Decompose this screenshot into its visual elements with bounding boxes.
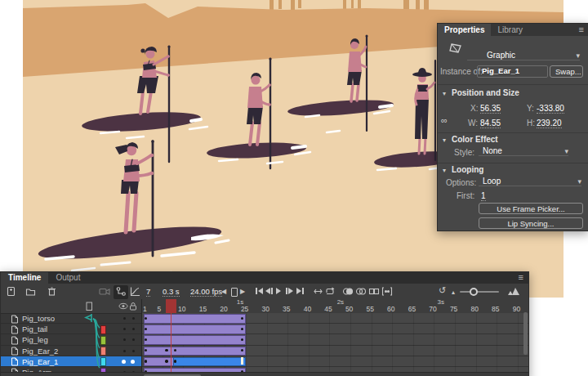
lock-icon[interactable] xyxy=(129,302,137,311)
current-frame-value[interactable]: 7 xyxy=(146,287,150,297)
x-value[interactable]: 56.35 xyxy=(480,104,501,114)
ruler-frame-number: 65 xyxy=(408,305,416,313)
layer-lock-dot[interactable] xyxy=(132,328,135,330)
play-button[interactable] xyxy=(276,288,281,294)
vertical-scrollbar[interactable] xyxy=(523,312,528,355)
swap-button[interactable]: Swap... xyxy=(550,65,583,78)
lip-syncing-button[interactable]: Lip Syncing... xyxy=(479,217,583,229)
frames-area[interactable]: 1s2s3s1510152025303540455055606570758085… xyxy=(142,299,528,373)
frame-rate-value[interactable]: 24.00 fps xyxy=(190,287,222,297)
tween-span[interactable] xyxy=(144,335,246,345)
tween-span[interactable] xyxy=(144,314,246,324)
new-layer-button[interactable] xyxy=(6,286,16,298)
zoom-in-frames-icon[interactable] xyxy=(507,287,520,298)
current-frame-box-icon[interactable] xyxy=(231,288,238,297)
layer-row[interactable]: Pig_Ear_2 xyxy=(1,346,141,356)
camera-icon[interactable] xyxy=(99,286,110,298)
rig-cell[interactable] xyxy=(82,346,115,356)
reset-timeline-zoom-icon[interactable]: ↺ xyxy=(439,285,446,296)
panel-menu-icon[interactable]: ≡ xyxy=(579,25,584,34)
frames-row[interactable] xyxy=(142,313,528,324)
keyframe-dot[interactable] xyxy=(241,328,243,330)
layer-lock-dot[interactable] xyxy=(132,317,135,320)
layer-row[interactable]: Pig_Ear_1 xyxy=(1,356,141,367)
go-to-first-frame-button[interactable] xyxy=(256,288,263,294)
h-value[interactable]: 239.20 xyxy=(537,119,562,128)
use-frame-picker-button[interactable]: Use Frame Picker... xyxy=(479,203,583,214)
tab-timeline[interactable]: Timeline xyxy=(1,272,48,284)
tween-span[interactable] xyxy=(144,325,246,334)
modify-markers-button[interactable] xyxy=(381,286,393,298)
rig-cell[interactable] xyxy=(82,356,115,366)
layer-visibility-dot[interactable] xyxy=(123,317,126,320)
layer-lock-dot[interactable] xyxy=(132,350,135,352)
timeline-zoom-slider[interactable] xyxy=(460,291,499,293)
onion-skin-button[interactable] xyxy=(342,286,354,298)
step-back-button[interactable] xyxy=(265,288,273,294)
link-width-height-icon[interactable]: ∞ xyxy=(441,115,448,125)
graph-editor-button[interactable] xyxy=(130,286,140,298)
rig-cell[interactable] xyxy=(82,313,115,323)
keyframe-dot[interactable] xyxy=(145,360,147,362)
instance-name-field[interactable]: Pig_Ear_1 xyxy=(477,65,548,78)
show-parenting-view-button[interactable] xyxy=(114,285,128,299)
onion-skin-previous-icon[interactable]: ◀ xyxy=(221,288,226,295)
frames-row[interactable] xyxy=(142,356,528,367)
keyframe-dot[interactable] xyxy=(165,360,167,362)
go-to-last-frame-button[interactable] xyxy=(296,288,304,294)
panel-menu-icon[interactable]: ≡ xyxy=(519,272,523,282)
rig-cell[interactable] xyxy=(82,334,115,344)
frames-rows[interactable] xyxy=(142,313,528,373)
collapse-triangle-icon[interactable]: ▾ xyxy=(443,167,446,174)
style-dropdown[interactable]: None ▾ xyxy=(479,144,568,156)
tab-output[interactable]: Output xyxy=(48,272,87,284)
new-folder-button[interactable] xyxy=(25,286,36,298)
layer-lock-dot[interactable] xyxy=(132,338,135,341)
center-frame-button[interactable] xyxy=(313,286,323,298)
section-looping: Looping xyxy=(452,165,483,174)
eye-icon[interactable] xyxy=(118,302,128,310)
divider xyxy=(438,163,588,163)
layer-visibility-dot[interactable] xyxy=(123,338,126,341)
onion-skin-next-icon[interactable]: ▶ xyxy=(240,288,245,295)
layer-row[interactable]: Pig_tail xyxy=(1,324,141,334)
tab-library[interactable]: Library xyxy=(491,24,529,36)
tab-properties[interactable]: Properties xyxy=(438,24,491,36)
layer-visibility-dot[interactable] xyxy=(122,360,126,364)
step-forward-button[interactable] xyxy=(286,288,293,294)
playhead[interactable] xyxy=(166,299,176,313)
layer-visibility-dot[interactable] xyxy=(123,350,126,352)
chevron-down-icon: ▾ xyxy=(576,51,580,60)
tween-span[interactable] xyxy=(144,347,246,356)
w-value[interactable]: 84.55 xyxy=(480,119,501,128)
collapse-triangle-icon[interactable]: ▾ xyxy=(443,90,446,97)
frames-row[interactable] xyxy=(142,334,528,345)
looping-options-dropdown[interactable]: Loop ▾ xyxy=(479,174,581,186)
first-frame-value[interactable]: 1 xyxy=(481,191,486,201)
zoom-out-frames-icon[interactable]: ▴ xyxy=(452,289,455,296)
symbol-type-dropdown[interactable]: Graphic ▾ xyxy=(467,48,580,60)
selection-end-marker xyxy=(241,357,243,365)
layer-row[interactable]: Pig_leg xyxy=(1,334,141,345)
ruler-frame-number: 20 xyxy=(220,305,227,313)
selected-frames[interactable] xyxy=(173,357,246,367)
layer-visibility-dot[interactable] xyxy=(123,328,126,330)
rig-cell[interactable] xyxy=(82,324,115,333)
delete-layer-button[interactable] xyxy=(47,286,57,298)
layer-row[interactable]: Pig_torso xyxy=(1,313,141,324)
keyframe-dot[interactable] xyxy=(174,360,176,362)
frames-row[interactable] xyxy=(142,324,528,334)
edit-multiple-frames-button[interactable] xyxy=(368,286,380,298)
onion-skin-outlines-button[interactable] xyxy=(355,286,367,298)
frames-ruler[interactable]: 1s2s3s1510152025303540455055606570758085… xyxy=(142,299,528,314)
elapsed-time-value[interactable]: 0.3 s xyxy=(163,287,180,297)
layer-lock-dot[interactable] xyxy=(131,360,135,364)
keyframe-dot[interactable] xyxy=(241,317,243,320)
loop-playback-button[interactable] xyxy=(324,286,336,298)
y-value[interactable]: -333.80 xyxy=(537,104,564,114)
frames-row[interactable] xyxy=(142,346,528,356)
ruler-frame-number: 70 xyxy=(429,305,436,313)
collapse-triangle-icon[interactable]: ▾ xyxy=(443,137,446,144)
ruler-frame-number: 75 xyxy=(450,305,457,313)
timeline-zoom-knob[interactable] xyxy=(470,288,478,296)
